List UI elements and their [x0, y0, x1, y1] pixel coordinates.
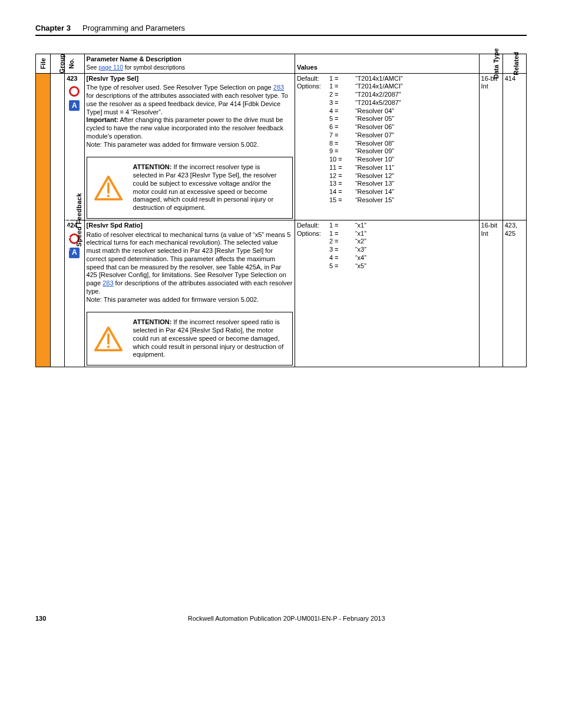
col-no: No. [65, 54, 84, 74]
parameter-table: File Group No. Parameter Name & Descript… [35, 54, 527, 367]
svg-point-5 [107, 345, 109, 348]
param-values: Default:1 =“T2014x1/AMCI” Options:1 =“T2… [295, 73, 479, 220]
page-number: 130 [35, 615, 46, 622]
param-dtype: 16-bit Int [479, 73, 503, 220]
warning-icon [94, 326, 123, 352]
attention-text: ATTENTION: If the incorrect resolver typ… [133, 163, 285, 212]
chapter-title: Programming and Parameters [82, 24, 185, 32]
col-file: File [36, 54, 51, 74]
param-desc: [Reslvr Spd Ratio] Ratio of resolver ele… [84, 220, 295, 367]
group-cell: Speed Feedback [50, 73, 65, 367]
page-link-110[interactable]: page 110 [98, 64, 123, 71]
col-data-type: Data Type [479, 54, 503, 74]
warning-icon [94, 175, 123, 201]
chapter-label: Chapter 3 [35, 24, 71, 32]
publication-info: Rockwell Automation Publication 20P-UM00… [188, 615, 385, 622]
a-icon: A [69, 100, 80, 111]
attention-text: ATTENTION: If the incorrect resolver spe… [133, 318, 285, 359]
col-name-desc: Parameter Name & Description See page 11… [84, 54, 295, 74]
page-footer: 130 Rockwell Automation Publication 20P-… [35, 615, 527, 622]
attention-box: ATTENTION: If the incorrect resolver spe… [87, 312, 293, 365]
param-related: 414 [503, 73, 526, 220]
param-dtype: 16-bit Int [479, 220, 503, 367]
attention-box: ATTENTION: If the incorrect resolver typ… [87, 157, 293, 219]
svg-point-2 [107, 195, 109, 197]
table-row: 424 A [Reslvr Spd Ratio] Ratio of resolv… [36, 220, 527, 367]
col-related: Related [503, 54, 526, 74]
param-values: Default:1 =“x1” Options:1 =“x1” 2 =“x2” … [295, 220, 479, 367]
col-values: Values [295, 54, 479, 74]
table-row: MOTOR CONTROL Speed Feedback 423 A [Resl… [36, 73, 527, 220]
param-desc: [Reslvr Type Sel] The type of resolver u… [84, 73, 295, 220]
param-related: 423, 425 [503, 220, 526, 367]
page-link-283[interactable]: 283 [273, 84, 284, 91]
page-link-283[interactable]: 283 [103, 279, 113, 286]
page-header: Chapter 3 Programming and Parameters [35, 24, 527, 36]
col-group: Group [50, 54, 65, 74]
file-cell: MOTOR CONTROL [36, 73, 51, 367]
stop-icon [69, 86, 80, 97]
